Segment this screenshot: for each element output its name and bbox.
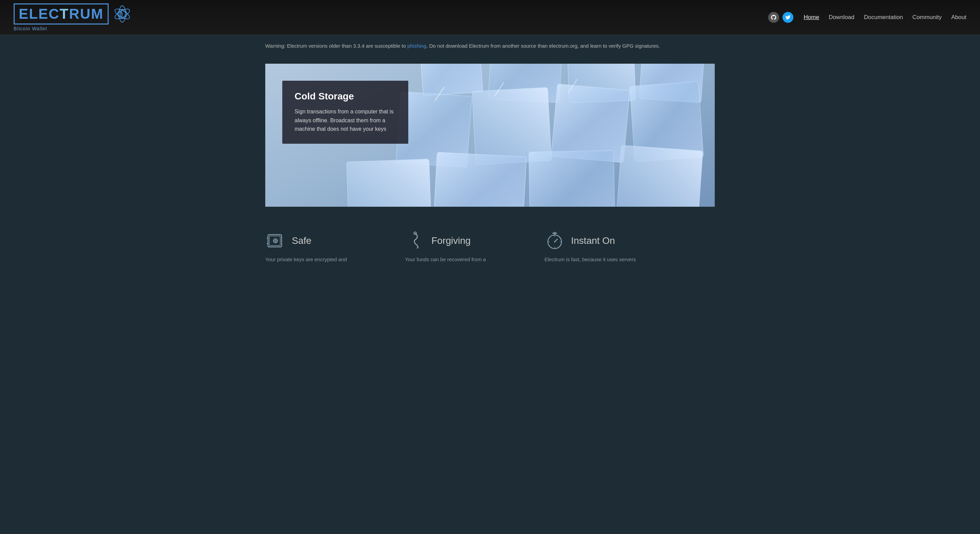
- phishing-link[interactable]: phishing: [407, 43, 426, 49]
- cold-storage-description: Sign transactions from a computer that i…: [294, 107, 396, 134]
- instant-on-title: Instant On: [571, 235, 615, 246]
- hero-section: Cold Storage Sign transactions from a co…: [251, 64, 729, 207]
- header-right: Home Download Documentation Community Ab…: [768, 12, 966, 23]
- features-section: Safe Your private keys are encrypted and…: [251, 214, 729, 277]
- cold-storage-overlay: Cold Storage Sign transactions from a co…: [282, 81, 408, 144]
- twitter-icon[interactable]: [783, 12, 794, 23]
- logo-subtitle: Bitcoin Wallet: [14, 26, 47, 31]
- svg-rect-15: [433, 152, 527, 207]
- safe-title: Safe: [292, 235, 312, 246]
- main-nav: Home Download Documentation Community Ab…: [803, 14, 966, 21]
- warning-text-after: . Do not download Electrum from another …: [426, 43, 660, 49]
- forgiving-description: Your funds can be recovered from a: [405, 256, 486, 264]
- svg-rect-17: [616, 145, 703, 207]
- site-header: ELECTRUM ₿ Bitcoin Wallet: [0, 0, 980, 35]
- warning-text-before: Warning: Electrum versions older than 3.…: [265, 43, 407, 49]
- cold-storage-title: Cold Storage: [294, 91, 396, 102]
- social-icons: [768, 12, 794, 23]
- forgiving-icon: [405, 231, 425, 251]
- nav-home[interactable]: Home: [803, 14, 819, 21]
- github-icon[interactable]: [768, 12, 779, 23]
- warning-banner: Warning: Electrum versions older than 3.…: [251, 35, 729, 57]
- svg-rect-14: [347, 159, 432, 207]
- safe-description: Your private keys are encrypted and: [265, 256, 347, 264]
- svg-rect-6: [419, 64, 483, 96]
- logo-text: ELECTRUM: [14, 3, 109, 24]
- nav-download[interactable]: Download: [829, 14, 855, 21]
- instant-on-icon: [544, 231, 565, 251]
- logo-area: ELECTRUM ₿ Bitcoin Wallet: [14, 3, 132, 31]
- hero-image: Cold Storage Sign transactions from a co…: [265, 64, 715, 207]
- nav-about[interactable]: About: [951, 14, 966, 21]
- svg-rect-16: [529, 150, 615, 207]
- nav-community[interactable]: Community: [913, 14, 942, 21]
- svg-point-31: [554, 241, 555, 242]
- bitcoin-logo-icon: ₿: [113, 5, 132, 24]
- instant-on-description: Electrum is fast, because it uses server…: [544, 256, 636, 264]
- forgiving-title: Forgiving: [431, 235, 471, 246]
- safe-icon: [265, 231, 286, 251]
- feature-safe: Safe Your private keys are encrypted and: [265, 231, 385, 264]
- feature-forgiving: Forgiving Your funds can be recovered fr…: [405, 231, 524, 264]
- nav-documentation[interactable]: Documentation: [864, 14, 903, 21]
- feature-instant-on: Instant On Electrum is fast, because it …: [544, 231, 663, 264]
